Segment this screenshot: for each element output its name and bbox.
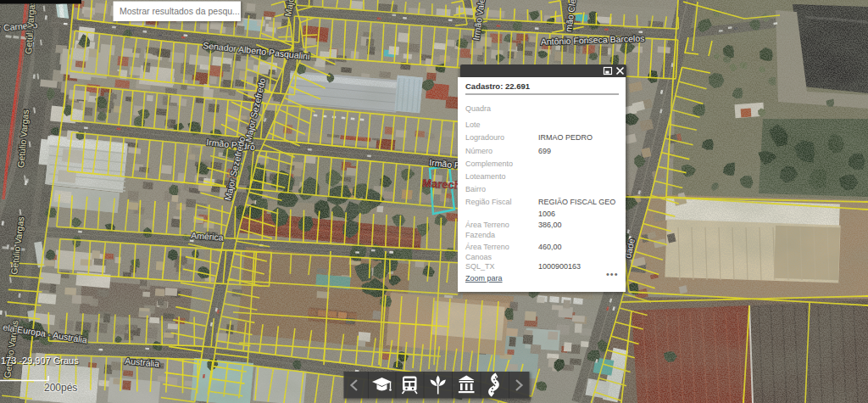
svg-text:Logradouro: Logradouro	[465, 133, 504, 142]
svg-text:Bairro: Bairro	[465, 185, 486, 193]
svg-text:Lote: Lote	[465, 120, 481, 129]
svg-text:Zoom para: Zoom para	[465, 274, 503, 283]
svg-text:699: 699	[538, 147, 551, 155]
svg-text:386,00: 386,00	[538, 221, 562, 229]
svg-text:Número: Número	[465, 147, 492, 155]
svg-text:Complemento: Complemento	[465, 160, 513, 168]
svg-text:Fazenda: Fazenda	[465, 231, 495, 239]
svg-text:IRMAO PEDRO: IRMAO PEDRO	[538, 133, 593, 142]
svg-text:Loteamento: Loteamento	[465, 172, 506, 181]
svg-text:200pés: 200pés	[44, 382, 77, 394]
svg-text:•••: •••	[606, 269, 619, 279]
svg-text:Área Terreno: Área Terreno	[465, 221, 509, 229]
svg-text:1000900163: 1000900163	[538, 262, 581, 271]
svg-text:Região Fiscal: Região Fiscal	[465, 198, 512, 206]
svg-text:REGIÃO FISCAL GEO: REGIÃO FISCAL GEO	[538, 198, 615, 206]
svg-text:1006: 1006	[538, 210, 555, 218]
svg-text:173 -29,907 Graus: 173 -29,907 Graus	[1, 355, 79, 366]
svg-text:Área Terreno: Área Terreno	[465, 243, 509, 251]
svg-text:Canoas: Canoas	[465, 253, 492, 261]
svg-text:460,00: 460,00	[538, 243, 562, 251]
svg-text:Cadastro: 22.691: Cadastro: 22.691	[465, 81, 531, 91]
svg-text:SQL_TX: SQL_TX	[465, 262, 495, 271]
svg-text:Mostrar resultados da pesqu...: Mostrar resultados da pesqu...	[120, 6, 240, 16]
svg-text:Quadra: Quadra	[465, 104, 491, 113]
